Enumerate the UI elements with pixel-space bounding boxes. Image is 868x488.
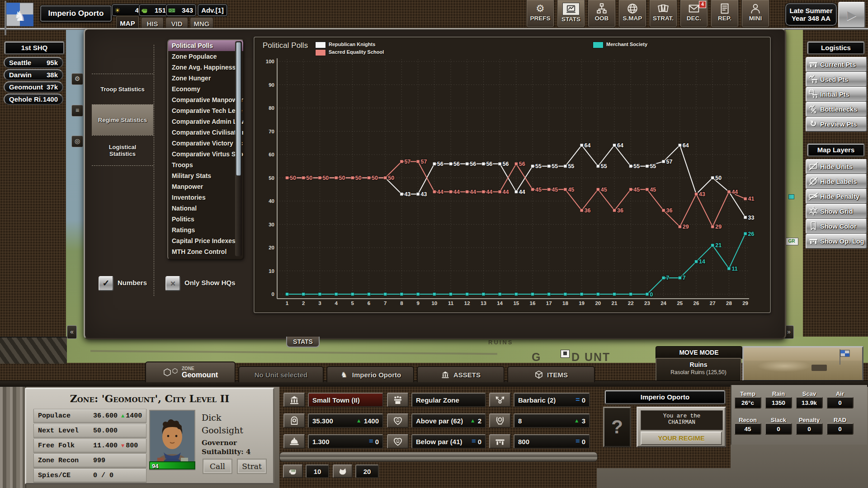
stat-value-box[interactable]: 800=0 [514,434,590,449]
svg-text:44: 44 [731,189,738,195]
unit-marker-glyph [563,352,567,355]
menu-scrollbar[interactable] [235,41,242,256]
date-season: Late Summer [789,7,832,14]
svg-text:64: 64 [683,142,689,149]
side-button-show-color[interactable]: Show Color [806,219,867,234]
preview-flag-icon [839,349,850,365]
bottom-tab-imperio-oporto[interactable]: ♞Imperio Oporto [326,366,414,382]
city-button-geomount[interactable]: Geomount37k [4,81,63,93]
stats-window-tab[interactable]: STATS [286,337,320,347]
stat-value-box[interactable]: Above par (62)▲2 [411,413,486,428]
top-button-rep[interactable]: REP. [711,0,739,28]
stat-value-box[interactable]: 1.300=0 [308,434,383,449]
side-button-hide-labels[interactable]: Hide Labels [806,174,867,189]
city-name: Geomount [9,83,43,91]
menu-item[interactable]: Manpower [168,181,243,192]
down-arrow-icon: ▼ [121,443,124,449]
stat-value-box[interactable]: Below par (41)=0 [411,434,486,449]
strat-governor-button[interactable]: Strat [237,459,267,474]
svg-text:13: 13 [481,300,486,306]
stat-value-box[interactable]: 35.300▲1400 [308,413,383,428]
stat-value-box[interactable]: 8▲3 [514,413,590,428]
menu-item[interactable]: Military Stats [168,170,243,181]
stat-value-box[interactable]: Small Town (II) [308,393,383,407]
menu-item[interactable]: Economy [168,84,243,94]
side-button-hide-penalty[interactable]: Hide Penalty [806,189,867,204]
condition-value-air: 0 [826,397,854,408]
bottom-tab-assets[interactable]: ASSETS [417,366,505,382]
end-turn-button[interactable]: ▶ [838,2,865,28]
menu-item[interactable]: Comparative Victory Sc [168,138,243,149]
military-value-box[interactable]: 10 [306,465,329,478]
category-regime[interactable]: Regime Statistics [92,104,153,135]
your-regime-button[interactable]: YOUR REGIME [641,432,722,445]
military-value-box[interactable]: 20 [355,465,379,478]
unit-marker[interactable] [561,350,570,358]
call-governor-button[interactable]: Call [203,459,232,474]
checkbox-only-show-hqs[interactable]: ✕ [165,276,180,291]
menu-item[interactable]: Comparative Manpower [168,94,243,105]
side-button-preview-pts[interactable]: ↻Preview Pts [806,117,867,132]
bottom-tab-no-unit-selected[interactable]: No Unit selected [238,366,324,382]
bottom-tab-geomount[interactable]: ZONEGeomount [145,361,236,382]
bottom-left-machinery [0,387,26,488]
menu-item[interactable]: Troops [168,160,243,170]
map-edge-gear-button[interactable]: ⚙ [71,73,83,85]
city-button-seattle[interactable]: Seattle95k [4,57,63,68]
regime-portrait-placeholder[interactable]: ? [603,407,631,447]
menu-item[interactable]: Politics [168,214,243,225]
menu-item[interactable]: Zone Populace [168,51,243,62]
menu-scrollbar-thumb[interactable] [236,42,241,176]
stat-icon-plate [283,434,305,449]
governor-suitability: Suitability: 4 [202,448,251,456]
menu-item[interactable]: Comparative Virtus Sco [168,149,243,160]
stat-delta: 0 [582,438,585,446]
advisors-button[interactable]: Adv.[1] [197,4,228,17]
stat-value-box[interactable]: Regular Zone [411,393,486,407]
top-button-label: MINI [742,15,769,22]
side-button-current-pts[interactable]: Current Pts [806,57,867,72]
top-button-smap[interactable]: S.MAP [618,0,646,28]
side-button-initial-pts[interactable]: Initial Pts [806,87,867,102]
bottom-tab-items[interactable]: ITEMS [507,366,595,382]
city-pop: 1400 [43,95,58,103]
condition-value-penalty: 0 [796,423,823,435]
map-edge-target-button[interactable]: ◎ [71,136,83,147]
map-scroll-left-button[interactable]: « [67,325,77,339]
side-button-used-pts[interactable]: Used Pts [806,72,867,87]
up-arrow-icon: ▲ [356,418,362,424]
shq-header[interactable]: 1st SHQ [5,42,64,54]
svg-text:19: 19 [579,300,585,306]
side-button-show-op-log[interactable]: Show Op. Log [806,234,867,249]
checkbox-numbers[interactable]: ✓ [99,276,113,291]
menu-item[interactable]: Zone Hunger [168,73,243,84]
menu-item[interactable]: Ratings [168,225,243,235]
svg-text:27: 27 [710,300,716,306]
menu-item[interactable]: Comparative Admin Lev [168,116,243,127]
category-logistical[interactable]: Logistical Statistics [92,135,153,166]
hide-units-icon [808,161,818,171]
menu-item[interactable]: Capital Price Indexes [168,235,243,246]
top-button-oob[interactable]: OOB [588,0,616,28]
menu-item[interactable]: National [168,203,243,214]
menu-item[interactable]: Comparative Tech Leve [168,105,243,116]
menu-item[interactable]: MTH Zone Control [168,246,243,257]
map-edge-layers-button[interactable]: ≡ [71,105,83,117]
top-button-strat[interactable]: STRAT. [649,0,677,28]
svg-text:3: 3 [318,300,321,306]
stat-value-box[interactable]: Barbaric (2)=0 [514,393,590,407]
top-button-stats[interactable]: STATS [557,0,585,28]
side-button-bottlenecks[interactable]: Bottlenecks [806,102,867,117]
menu-item[interactable]: Inventories [168,192,243,203]
city-button-darwin[interactable]: Darwin38k [4,69,63,80]
menu-item[interactable]: Political Polls [168,40,243,51]
side-button-show-grid[interactable]: Show Grid [806,204,867,219]
category-troop[interactable]: Troop Statistics [92,74,153,104]
city-button-qeholeri[interactable]: Qehole Ri.1400 [4,94,63,105]
top-button-mini[interactable]: MINI [741,0,769,28]
side-button-hide-units[interactable]: Hide Units [806,159,867,174]
menu-item[interactable]: Zone Avg. Happiness [168,62,243,73]
top-button-prefs[interactable]: ⚙PREFS [526,0,554,28]
top-button-dec[interactable]: DEC.4 [680,0,708,28]
menu-item[interactable]: Comparative Civilisation [168,127,243,138]
